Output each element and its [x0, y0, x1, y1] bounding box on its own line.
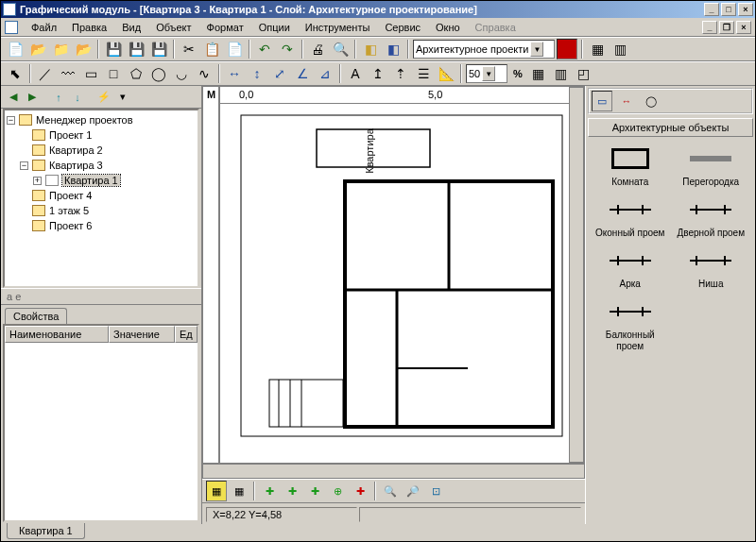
redo-button[interactable]: ↷ — [277, 39, 298, 59]
col-value[interactable]: Значение — [109, 326, 175, 343]
menu-object[interactable]: Объект — [148, 20, 198, 35]
square-button[interactable]: □ — [103, 63, 124, 84]
zoomfit-button[interactable]: ⊡ — [425, 481, 446, 501]
tab-properties[interactable]: Свойства — [5, 308, 67, 324]
text-button[interactable]: A — [345, 63, 366, 84]
save-all-button[interactable]: 💾 — [126, 39, 146, 59]
menu-service[interactable]: Сервис — [377, 20, 428, 35]
obj-niche[interactable]: Ниша — [673, 246, 750, 290]
tree-item[interactable]: Проект 6 — [7, 218, 196, 233]
zoomout-button[interactable]: 🔎 — [403, 481, 423, 501]
expand-icon[interactable]: + — [33, 177, 42, 185]
preview-button[interactable]: 🔍 — [330, 39, 351, 59]
mdi-minimize-button[interactable]: _ — [702, 21, 717, 34]
collapse-icon[interactable]: − — [20, 161, 28, 170]
property-grid[interactable]: Наименование Значение Ед — [3, 324, 199, 522]
tree-item[interactable]: −Квартира 3 — [7, 158, 196, 173]
mdi-close-button[interactable]: × — [736, 21, 751, 34]
layer-combo[interactable]: Архитектурное проекти ▼ — [413, 40, 555, 59]
document-tab[interactable]: Квартира 1 — [7, 523, 85, 539]
snap3-button[interactable]: ✚ — [304, 481, 325, 501]
menu-tools[interactable]: Инструменты — [298, 20, 378, 35]
snap2-button[interactable]: ✚ — [282, 481, 302, 501]
new-button[interactable]: 📄 — [5, 39, 26, 59]
save-as-button[interactable]: 💾 — [148, 39, 169, 59]
zoomtool3-button[interactable]: ◰ — [574, 63, 594, 84]
paste-button[interactable]: 📄 — [224, 39, 245, 59]
tree-up-button[interactable]: ↑ — [50, 89, 67, 106]
level-button[interactable]: ☰ — [413, 63, 434, 84]
tree-item[interactable]: Квартира 2 — [7, 143, 196, 158]
obj-room[interactable]: Комната — [592, 144, 669, 188]
obj-door[interactable]: Дверной проем — [673, 195, 750, 239]
tree-item[interactable]: 1 этаж 5 — [7, 203, 196, 218]
chevron-down-icon[interactable]: ▼ — [482, 66, 495, 81]
obj-partition[interactable]: Перегородка — [673, 144, 750, 188]
snap1-button[interactable]: ✚ — [259, 481, 280, 501]
mode-measure-button[interactable]: ↔ — [616, 91, 637, 111]
tree-dropdown-button[interactable]: ▾ — [114, 89, 131, 106]
col-unit[interactable]: Ед — [175, 326, 198, 343]
cut-button[interactable]: ✂ — [179, 39, 199, 59]
mdi-restore-button[interactable]: ❐ — [719, 21, 734, 34]
dim4-button[interactable]: ∠ — [292, 63, 313, 84]
menu-options[interactable]: Опции — [251, 20, 298, 35]
obj-balcony[interactable]: Балконный проем — [592, 297, 669, 352]
record-button[interactable] — [557, 39, 577, 59]
open-button[interactable]: 📁 — [50, 39, 71, 59]
line-button[interactable]: ／ — [35, 63, 56, 84]
polyline-button[interactable]: 〰 — [58, 63, 78, 84]
menu-file[interactable]: Файл — [24, 20, 64, 35]
tree-down-button[interactable]: ↓ — [69, 89, 86, 106]
grid-button[interactable]: ▦ — [229, 481, 249, 501]
tree-item[interactable]: Проект 1 — [7, 127, 196, 143]
chevron-down-icon[interactable]: ▼ — [530, 42, 543, 57]
obj-arch[interactable]: Арка — [592, 246, 669, 290]
tree-item-selected[interactable]: +Квартира 1 — [7, 173, 196, 188]
dim2-button[interactable]: ↕ — [247, 63, 267, 84]
scrollbar-vertical[interactable] — [569, 87, 584, 463]
dim3-button[interactable]: ⤢ — [269, 63, 290, 84]
copy-button[interactable]: 📋 — [201, 39, 222, 59]
arc-button[interactable]: ◡ — [171, 63, 192, 84]
project-tree[interactable]: − Менеджер проектов Проект 1 Квартира 2 … — [3, 109, 199, 288]
menu-edit[interactable]: Правка — [64, 20, 114, 35]
tree-refresh-button[interactable]: ⚡ — [95, 89, 112, 106]
tree-left-button[interactable]: ◀ — [5, 89, 22, 106]
tree-right-button[interactable]: ▶ — [24, 89, 41, 106]
misc1-button[interactable]: ▦ — [587, 39, 608, 59]
drawing-canvas[interactable]: 0,0 5,0 Квартира — [219, 86, 585, 464]
snap4-button[interactable]: ⊕ — [327, 481, 348, 501]
open2-button[interactable]: 📂 — [73, 39, 94, 59]
snap-grid-button[interactable]: ▦ — [206, 481, 227, 501]
measure-button[interactable]: 📐 — [436, 63, 456, 84]
menu-window[interactable]: Окно — [428, 20, 468, 35]
print-button[interactable]: 🖨 — [307, 39, 328, 59]
menu-view[interactable]: Вид — [114, 20, 148, 35]
mode-rect-button[interactable]: ▭ — [592, 91, 612, 111]
menu-format[interactable]: Формат — [199, 20, 251, 35]
tree-item[interactable]: Проект 4 — [7, 188, 196, 203]
pointer-button[interactable]: ⬉ — [5, 63, 26, 84]
rect-button[interactable]: ▭ — [80, 63, 101, 84]
polygon-button[interactable]: ⬠ — [126, 63, 146, 84]
dim5-button[interactable]: ⊿ — [315, 63, 335, 84]
open-proj-button[interactable]: 📂 — [27, 39, 48, 59]
dim1-button[interactable]: ↔ — [224, 63, 245, 84]
height2-button[interactable]: ⇡ — [390, 63, 411, 84]
zoomtool1-button[interactable]: ▦ — [528, 63, 549, 84]
scrollbar-horizontal[interactable] — [202, 464, 585, 479]
layer-blue-button[interactable]: ◧ — [383, 39, 404, 59]
collapse-icon[interactable]: − — [7, 116, 15, 125]
mode-circle-button[interactable]: ◯ — [641, 91, 662, 111]
save-button[interactable]: 💾 — [103, 39, 124, 59]
undo-button[interactable]: ↶ — [254, 39, 275, 59]
col-name[interactable]: Наименование — [5, 326, 109, 343]
snap5-button[interactable]: ✚ — [350, 481, 370, 501]
zoom-combo[interactable]: 50 ▼ — [466, 64, 507, 83]
misc2-button[interactable]: ▥ — [610, 39, 630, 59]
menu-help[interactable]: Справка — [468, 20, 524, 35]
ellipse-button[interactable]: ◯ — [148, 63, 169, 84]
minimize-button[interactable]: _ — [704, 3, 719, 16]
zoomin-button[interactable]: 🔍 — [380, 481, 401, 501]
